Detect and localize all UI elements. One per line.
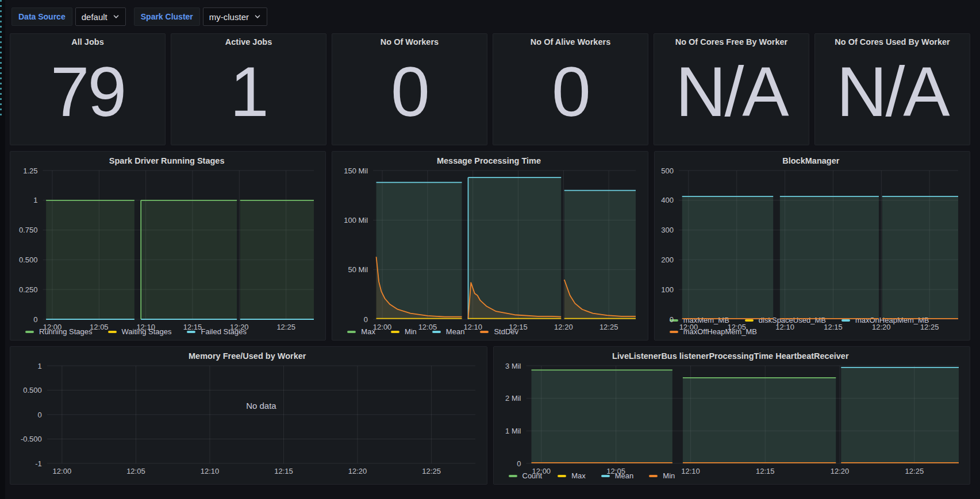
chart-panel-message-processing-time: Message Processing Time 050 Mil100 Mil15… [332,151,648,341]
panel-title[interactable]: Message Processing Time [336,153,641,167]
svg-text:12:10: 12:10 [201,467,220,475]
svg-text:1: 1 [38,362,42,370]
svg-text:0.250: 0.250 [19,285,38,294]
svg-text:-1: -1 [35,459,42,468]
svg-text:12:00: 12:00 [679,323,698,331]
svg-text:100 Mil: 100 Mil [344,216,368,225]
svg-text:500: 500 [661,167,674,175]
svg-text:0: 0 [517,459,521,468]
svg-text:12:20: 12:20 [230,323,249,331]
svg-text:12:10: 12:10 [681,467,700,475]
svg-text:0.750: 0.750 [19,226,38,234]
svg-text:12:05: 12:05 [126,467,145,475]
chart-canvas: 010020030040050012:0012:0512:1012:1512:2… [658,167,964,314]
svg-text:12:25: 12:25 [920,323,939,331]
datasource-label: Data Source [11,7,72,26]
svg-text:12:20: 12:20 [830,467,849,475]
chart-legend [14,478,481,482]
svg-text:12:15: 12:15 [274,467,293,475]
svg-text:300: 300 [661,226,674,234]
stat-panel-no-of-alive-workers: No Of Alive Workers 0 [493,33,648,145]
chart-canvas: 00.2500.5000.75011.2512:0012:0512:1012:1… [14,167,320,326]
datasource-value: default [82,12,107,22]
svg-text:12:10: 12:10 [136,323,155,331]
svg-text:No data: No data [246,401,276,411]
dashboard-toolbar: Data Source default Spark Cluster my-clu… [0,0,980,33]
cluster-select[interactable]: my-cluster [203,7,267,26]
stat-panel-cores-free: No Of Cores Free By Worker N/A [654,33,809,145]
panel-title[interactable]: All Jobs [10,34,165,48]
cluster-variable: Spark Cluster my-cluster [134,7,267,26]
chart-panel-memory-free-used: Memory Free/Used by Worker -1-0.50000.50… [10,346,487,485]
chart-canvas: 01 Mil2 Mil3 Mil12:0012:0512:1012:1512:2… [497,362,964,470]
svg-text:12:10: 12:10 [775,323,794,331]
stat-panel-all-jobs: All Jobs 79 [10,33,166,145]
window-left-edge [0,0,5,499]
stat-panel-no-of-workers: No Of Workers 0 [332,33,487,145]
svg-text:12:20: 12:20 [872,323,891,331]
stat-value: 1 [171,48,326,145]
svg-text:-0.500: -0.500 [21,435,42,443]
svg-text:100: 100 [661,285,674,294]
panel-title[interactable]: Active Jobs [171,34,326,48]
cluster-label: Spark Cluster [134,7,200,26]
panel-title[interactable]: BlockManager [658,153,964,167]
svg-text:12:00: 12:00 [373,323,392,331]
stat-panel-active-jobs: Active Jobs 1 [171,33,326,145]
panel-title[interactable]: LiveListenerBus listenerProcessingTime H… [497,348,964,362]
svg-text:12:10: 12:10 [464,323,483,331]
cluster-value: my-cluster [209,12,249,22]
stat-value: N/A [815,48,970,145]
chart-panel-blockmanager: BlockManager 010020030040050012:0012:051… [654,151,970,341]
panel-title[interactable]: Memory Free/Used by Worker [14,348,481,362]
svg-text:3 Mil: 3 Mil [505,362,521,370]
svg-text:12:15: 12:15 [183,323,202,331]
svg-text:12:20: 12:20 [348,467,367,475]
panel-title[interactable]: No Of Alive Workers [493,34,648,48]
panel-title[interactable]: No Of Workers [332,34,487,48]
svg-text:0.500: 0.500 [23,386,42,394]
svg-text:2 Mil: 2 Mil [505,394,521,403]
charts-row-middle: Spark Driver Running Stages 00.2500.5000… [10,151,970,341]
svg-text:0.500: 0.500 [19,256,38,264]
panel-title[interactable]: Spark Driver Running Stages [14,153,320,167]
svg-text:12:00: 12:00 [53,467,72,475]
chart-panel-spark-driver-running-stages: Spark Driver Running Stages 00.2500.5000… [10,151,326,341]
svg-text:400: 400 [661,196,674,204]
svg-text:150 Mil: 150 Mil [344,167,368,175]
svg-text:12:25: 12:25 [276,323,295,331]
svg-text:12:05: 12:05 [606,467,625,475]
svg-text:1.25: 1.25 [23,167,37,175]
svg-text:12:00: 12:00 [532,467,551,475]
svg-text:12:00: 12:00 [43,323,62,331]
panel-title[interactable]: No Of Cores Free By Worker [654,34,809,48]
svg-text:1 Mil: 1 Mil [505,427,521,435]
svg-text:12:15: 12:15 [755,467,774,475]
datasource-select[interactable]: default [75,7,126,26]
charts-row-bottom: Memory Free/Used by Worker -1-0.50000.50… [10,346,970,485]
chart-canvas: -1-0.50000.500112:0012:0512:1012:1512:20… [14,362,481,478]
stats-row: All Jobs 79 Active Jobs 1 No Of Workers … [10,33,970,145]
stat-value: 0 [332,48,487,145]
svg-text:200: 200 [661,256,674,264]
stat-value: 79 [10,48,165,145]
svg-text:12:05: 12:05 [727,323,746,331]
svg-text:0: 0 [38,411,42,419]
chart-panel-livelistenerbus: LiveListenerBus listenerProcessingTime H… [493,346,971,485]
svg-text:12:20: 12:20 [554,323,573,331]
chart-canvas: 050 Mil100 Mil150 Mil12:0012:0512:1012:1… [336,167,641,326]
svg-text:12:25: 12:25 [599,323,618,331]
svg-text:12:25: 12:25 [422,467,441,475]
svg-text:0: 0 [33,315,37,324]
svg-text:50 Mil: 50 Mil [348,265,368,274]
stat-panel-cores-used: No Of Cores Used By Worker N/A [814,33,970,145]
svg-text:12:05: 12:05 [418,323,437,331]
svg-text:12:15: 12:15 [824,323,843,331]
svg-text:0: 0 [669,315,673,324]
panel-title[interactable]: No Of Cores Used By Worker [815,34,970,48]
svg-text:1: 1 [33,196,37,204]
svg-text:0: 0 [364,315,368,324]
chevron-down-icon [113,13,120,20]
svg-text:12:15: 12:15 [509,323,528,331]
chevron-down-icon [254,13,261,20]
